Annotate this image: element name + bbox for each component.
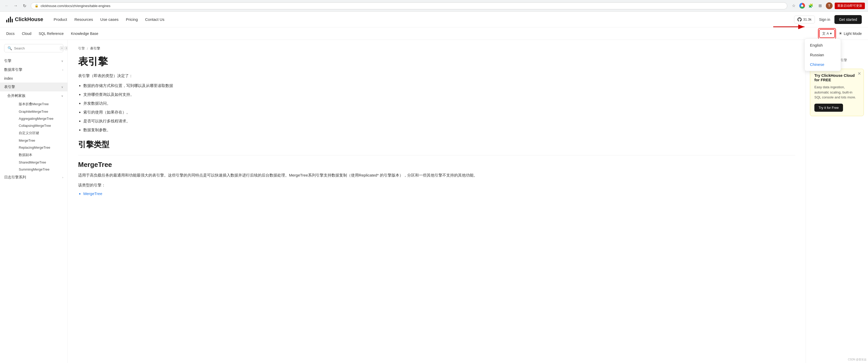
sidebar-item-label-index: index [4,76,13,81]
lang-label: A [827,31,829,35]
chevron-down-icon: ∨ [61,59,63,63]
docs-subnav-right: 文 A ▾ English Russian Chinese ☀ Light Mo… [818,28,862,39]
sidebar-item-engines[interactable]: 引擎 ∨ [0,57,67,65]
sidebar-item-partition[interactable]: 自定义分区键 [14,129,67,137]
promo-cta-button[interactable]: Try it for Free [814,103,843,112]
profile-button[interactable]: T [826,2,833,9]
subnav-docs[interactable]: Docs [6,31,14,36]
bookmark-button[interactable]: ☆ [790,2,797,9]
right-sidebar: MergeTree 集成引擎 用于其他特定功能的引擎 ✕ Try ClickHo… [806,40,868,363]
search-box[interactable]: 🔍 ⌘ K [4,44,63,52]
browser-nav-buttons: ← → ↻ [3,2,28,9]
subnav-sql-ref[interactable]: SQL Reference [39,31,64,36]
sidebar-item-label-family: 合并树家族 [7,93,26,98]
sidebar-item-aggregating[interactable]: AggregatingMergeTree [14,115,67,122]
chevron-down-icon-table: ∨ [61,85,63,89]
logo-bar-3 [10,17,11,22]
sidebar-item-label-engines: 引擎 [4,59,11,63]
logo-text: ClickHouse [15,17,43,22]
browser-chrome: ← → ↻ 🔒 clickhouse.com/docs/zh/engines/t… [0,0,868,12]
sidebar-item-replicas[interactable]: 数据副本 [14,151,67,159]
url-text: clickhouse.com/docs/zh/engines/table-eng… [41,4,111,8]
sidebar-item-graphite[interactable]: GraphiteMergeTree [14,108,67,115]
nav-use-cases[interactable]: Use cases [100,17,119,22]
nav-right: 31.3k Sign in Get started [794,15,862,24]
nav-pricing[interactable]: Pricing [126,17,138,22]
sidebar-item-version-fold[interactable]: 版本折叠MergeTree [14,100,67,108]
promo-title: Try ClickHouse Cloud for FREE [814,73,860,82]
top-nav: ClickHouse Product Resources Use cases P… [0,12,868,27]
github-icon [798,18,802,22]
light-mode-label: Light Mode [844,31,862,36]
docs-subnav: Docs Cloud SQL Reference Knowledge Base … [0,27,868,40]
nav-product[interactable]: Product [54,17,67,22]
subnav-knowledge[interactable]: Knowledge Base [71,31,98,36]
sidebar-item-shared[interactable]: SharedMergeTree [14,159,67,166]
split-view-button[interactable]: ⊞ [816,2,824,9]
forward-button[interactable]: → [12,2,19,9]
sidebar-item-replacing[interactable]: ReplacingMergeTree [14,144,67,151]
feature-item-2: 支持哪些查询以及如何支持。 [83,91,795,98]
watermark: CSDN @普笑远 [848,358,866,361]
cloud-promo-box: ✕ Try ClickHouse Cloud for FREE Easy dat… [810,69,864,116]
engines-list: MergeTree [83,191,795,196]
lang-option-english[interactable]: English [805,40,841,50]
sidebar-item-collapsing[interactable]: CollapsingMergeTree [14,122,67,129]
divider-1 [78,155,795,155]
sidebar-item-summing[interactable]: SummingMergeTree [14,166,67,173]
address-bar[interactable]: 🔒 clickhouse.com/docs/zh/engines/table-e… [31,2,787,9]
search-shortcut: ⌘ K [60,47,68,50]
sidebar-item-index[interactable]: index [0,74,67,83]
lang-button[interactable]: 文 A ▾ [819,29,835,38]
browser-actions: ☆ 🧩 ⊞ T 重新启动即可更新 [790,2,865,9]
chevron-right-icon-log: › [62,176,63,179]
subnav-cloud[interactable]: Cloud [22,31,31,36]
update-button[interactable]: 重新启动即可更新 [835,3,865,9]
lang-option-russian[interactable]: Russian [805,50,841,60]
logo-bar-2 [8,18,9,22]
sidebar-item-label-db: 数据库引擎 [4,67,22,72]
feature-item-4: 索引的使用（如果存在）。 [83,109,795,115]
breadcrumb-sep: / [87,47,88,51]
sidebar-item-mergetree[interactable]: MergeTree [14,137,67,144]
sidebar-item-mergetree-family[interactable]: 合并树家族 ∨ [7,91,67,100]
sidebar-item-table-engines[interactable]: 表引擎 ∨ [0,83,67,91]
github-button[interactable]: 31.3k [794,16,815,24]
lang-option-chinese[interactable]: Chinese [805,60,841,69]
content-area: 引擎 / 表引擎 表引擎 表引擎（即表的类型）决定了： 数据的存储方式和位置，写… [68,40,806,363]
github-stars: 31.3k [803,18,811,21]
logo-area[interactable]: ClickHouse [6,17,43,22]
sun-icon: ☀ [839,31,842,36]
signin-link[interactable]: Sign in [819,18,830,22]
search-icon: 🔍 [7,46,12,50]
get-started-button[interactable]: Get started [834,15,862,24]
mergetree-desc-2: 该类型的引擎： [78,182,795,188]
nav-contact[interactable]: Contact Us [145,17,164,22]
search-input[interactable] [14,47,58,50]
sidebar-item-log-engines[interactable]: 日志引擎系列 › [0,173,67,182]
breadcrumb-current: 表引擎 [90,46,100,51]
nav-resources[interactable]: Resources [74,17,93,22]
promo-close-button[interactable]: ✕ [858,71,861,76]
sidebar-sub-items: 版本折叠MergeTree GraphiteMergeTree Aggregat… [7,100,67,173]
promo-desc: Easy data ingestion, automatic scaling, … [814,85,860,100]
sidebar-item-db-engines[interactable]: 数据库引擎 › [0,65,67,74]
engine-mergetree[interactable]: MergeTree [83,191,795,196]
logo-bars-icon [6,17,13,22]
sidebar-section-engines: 引擎 ∨ 数据库引擎 › index 表引擎 ∨ 合并树家族 ∨ 版本折叠M [0,57,67,182]
extensions-button[interactable]: 🧩 [807,2,814,9]
chrome-logo [799,3,805,8]
light-mode-toggle[interactable]: ☀ Light Mode [839,31,862,36]
refresh-button[interactable]: ↻ [21,2,28,9]
feature-item-1: 数据的存储方式和位置，写到哪以及从哪里读取数据 [83,83,795,89]
breadcrumb-parent[interactable]: 引擎 [78,46,85,51]
back-button[interactable]: ← [3,2,10,9]
logo-bar-1 [6,20,7,22]
shortcut-key: ⌘ [60,47,64,50]
subsection-mergetree: MergeTree [78,161,795,169]
sidebar-sub-mergetree-family: 合并树家族 ∨ 版本折叠MergeTree GraphiteMergeTree … [0,91,67,173]
nav-links: Product Resources Use cases Pricing Cont… [54,17,794,22]
feature-item-6: 数据复制参数。 [83,127,795,133]
mergetree-desc-1: 适用于高负载任务的最通用和功能最强大的表引擎。这些引擎的共同特点是可以快速插入数… [78,172,795,179]
chevron-right-icon: › [62,68,63,71]
